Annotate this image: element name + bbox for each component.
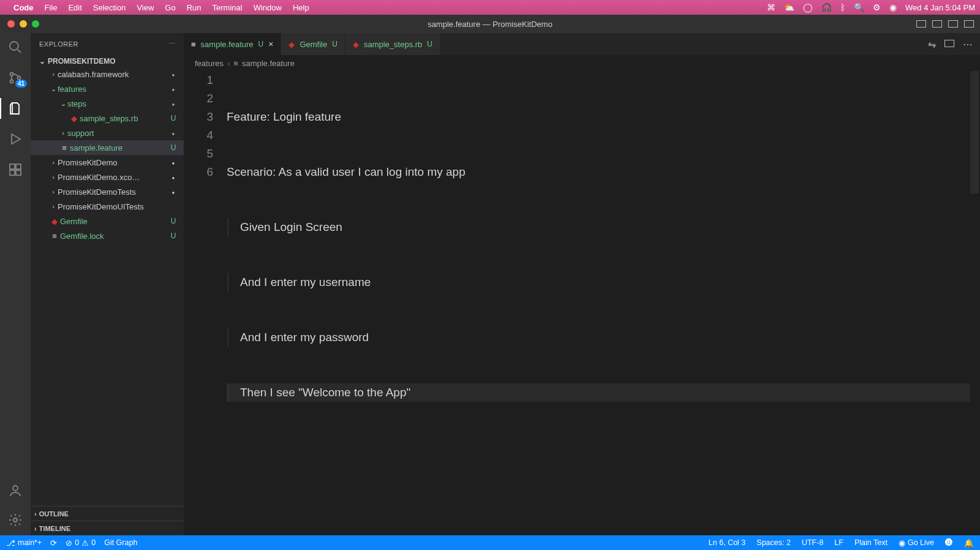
- folder-promisekitdemo-xco[interactable]: ›PromiseKitDemo.xco…: [31, 170, 184, 184]
- code-lines[interactable]: Feature: Login feature Scenario: As a va…: [227, 71, 980, 535]
- go-live-button[interactable]: ◉Go Live: [899, 538, 934, 548]
- menu-file[interactable]: File: [45, 3, 58, 12]
- explorer-icon[interactable]: [7, 100, 23, 116]
- minimap[interactable]: [970, 71, 979, 535]
- folder-label: steps: [67, 99, 168, 108]
- folder-support[interactable]: ›support: [31, 126, 184, 140]
- minimap-thumb[interactable]: [970, 71, 979, 194]
- workspace-root-label: PROMISEKITDEMO: [48, 57, 116, 66]
- svg-point-2: [10, 80, 13, 83]
- folder-label: support: [67, 129, 168, 138]
- breadcrumb-part[interactable]: sample.feature: [242, 59, 295, 68]
- git-graph-button[interactable]: Git Graph: [104, 538, 137, 547]
- code-line[interactable]: And I enter my password: [227, 328, 974, 347]
- tab-label: Gemfile: [300, 40, 327, 49]
- file-label: Gemfile: [60, 217, 168, 226]
- source-control-icon[interactable]: 41: [7, 70, 23, 86]
- menu-view[interactable]: View: [137, 3, 154, 12]
- bell-icon[interactable]: 🔔: [964, 538, 974, 548]
- folder-promisekitdemo[interactable]: ›PromiseKitDemo: [31, 155, 184, 170]
- folder-label: PromiseKitDemoTests: [58, 187, 168, 197]
- menu-terminal[interactable]: Terminal: [213, 3, 243, 12]
- siri-icon[interactable]: ◉: [889, 2, 897, 12]
- menu-app[interactable]: Code: [13, 3, 34, 12]
- file-gemfile-lock[interactable]: ≡Gemfile.lockU: [31, 228, 184, 243]
- menubar-clock[interactable]: Wed 4 Jan 5:04 PM: [905, 3, 975, 12]
- problems-status[interactable]: ⊘0 ⚠0: [66, 538, 96, 548]
- code-line[interactable]: Then I see "Welcome to the App": [227, 383, 974, 402]
- layout-toggle-icon[interactable]: [964, 20, 974, 28]
- headphones-icon[interactable]: 🎧: [821, 2, 832, 12]
- more-icon[interactable]: ⋯: [168, 40, 176, 48]
- folder-features[interactable]: ⌄features: [31, 81, 184, 96]
- code-line[interactable]: Feature: Login feature: [227, 108, 974, 126]
- file-sample-steps[interactable]: ◆sample_steps.rbU: [31, 111, 184, 126]
- close-tab-icon[interactable]: ×: [268, 39, 273, 49]
- code-line[interactable]: Scenario: As a valid user I can log into…: [227, 163, 974, 181]
- folder-steps[interactable]: ⌄steps: [31, 96, 184, 111]
- menu-selection[interactable]: Selection: [93, 3, 126, 12]
- file-label: sample_steps.rb: [80, 114, 168, 123]
- error-icon: ⊘: [66, 538, 72, 548]
- folder-promisekitdemouitests[interactable]: ›PromiseKitDemoUITests: [31, 199, 184, 214]
- tab-gemfile[interactable]: ◆ Gemfile U: [281, 33, 345, 55]
- layout-toggle-icon[interactable]: [948, 20, 958, 28]
- file-icon: ≡: [233, 59, 238, 68]
- encoding-status[interactable]: UTF-8: [802, 538, 823, 547]
- layout-toggle-icon[interactable]: [916, 20, 926, 28]
- language-mode[interactable]: Plain Text: [854, 538, 888, 547]
- extensions-icon[interactable]: [7, 162, 23, 178]
- status-icon[interactable]: ⛅: [784, 2, 794, 12]
- bluetooth-icon[interactable]: ᛒ: [840, 2, 845, 12]
- breadcrumbs[interactable]: features › ≡ sample.feature: [184, 55, 980, 71]
- timeline-section[interactable]: ›TIMELINE: [31, 521, 184, 535]
- code-editor[interactable]: 123456 Feature: Login feature Scenario: …: [184, 71, 980, 535]
- close-window-button[interactable]: [7, 20, 15, 28]
- zoom-window-button[interactable]: [32, 20, 39, 28]
- workspace-root[interactable]: ⌄PROMISEKITDEMO: [31, 55, 184, 66]
- eol-status[interactable]: LF: [834, 538, 843, 547]
- layout-toggle-icon[interactable]: [932, 20, 942, 28]
- outline-section[interactable]: ›OUTLINE: [31, 506, 184, 521]
- section-label: TIMELINE: [39, 525, 70, 532]
- control-center-icon[interactable]: ⚙: [873, 2, 881, 12]
- more-actions-icon[interactable]: ⋯: [963, 39, 973, 50]
- user-icon[interactable]: ◯: [803, 2, 813, 12]
- branch-icon: ⎇: [6, 538, 15, 548]
- menu-go[interactable]: Go: [165, 3, 175, 12]
- breadcrumb-part[interactable]: features: [195, 59, 224, 68]
- tab-status: U: [332, 40, 337, 48]
- file-sample-feature[interactable]: ≡sample.featureU: [31, 140, 184, 155]
- folder-calabash[interactable]: ›calabash.framework: [31, 67, 184, 81]
- account-icon[interactable]: [7, 483, 23, 499]
- split-editor-icon[interactable]: [944, 39, 954, 50]
- explorer-title: EXPLORER: [39, 40, 78, 48]
- menu-help[interactable]: Help: [293, 3, 309, 12]
- sync-icon[interactable]: ⟳: [50, 538, 57, 548]
- minimize-window-button[interactable]: [20, 20, 27, 28]
- status-icon[interactable]: ⌘: [767, 2, 775, 12]
- search-icon[interactable]: [7, 39, 23, 55]
- tab-sample-steps[interactable]: ◆ sample_steps.rb U: [345, 33, 440, 55]
- compare-changes-icon[interactable]: ⇋: [928, 39, 936, 50]
- svg-rect-4: [10, 164, 15, 169]
- git-branch-status[interactable]: ⎇main*+: [6, 538, 42, 548]
- code-line[interactable]: And I enter my username: [227, 273, 974, 292]
- indent-status[interactable]: Spaces: 2: [756, 538, 791, 547]
- menu-window[interactable]: Window: [254, 3, 282, 12]
- menu-edit[interactable]: Edit: [68, 3, 81, 12]
- editor-area: ≡ sample.feature U × ◆ Gemfile U ◆ sampl…: [184, 33, 980, 535]
- folder-promisekitdemotests[interactable]: ›PromiseKitDemoTests: [31, 184, 184, 199]
- code-line[interactable]: Given Login Screen: [227, 218, 974, 236]
- activity-bar: 41: [0, 33, 31, 535]
- cursor-position[interactable]: Ln 6, Col 3: [709, 538, 745, 547]
- tab-status: U: [258, 40, 264, 48]
- svg-rect-5: [16, 164, 21, 169]
- run-debug-icon[interactable]: [7, 131, 23, 147]
- feedback-icon[interactable]: ⓿: [945, 538, 953, 547]
- tab-sample-feature[interactable]: ≡ sample.feature U ×: [184, 33, 281, 55]
- file-gemfile[interactable]: ◆GemfileU: [31, 214, 184, 228]
- menu-run[interactable]: Run: [187, 3, 202, 12]
- spotlight-icon[interactable]: 🔍: [854, 2, 864, 12]
- settings-gear-icon[interactable]: [7, 512, 23, 528]
